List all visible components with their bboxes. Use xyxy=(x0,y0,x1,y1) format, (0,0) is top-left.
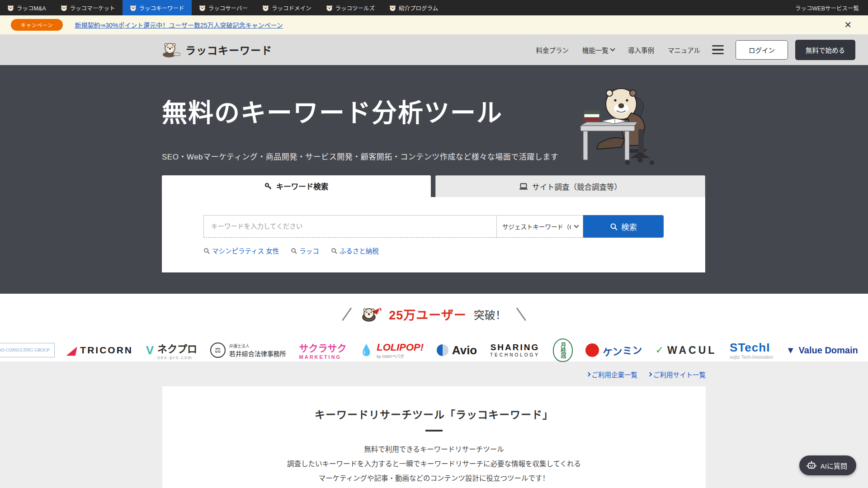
law-seal-icon: ⚖ xyxy=(210,343,226,358)
usage-links: ご利用企業一覧 ご利用サイト一覧 xyxy=(162,367,706,386)
site-logo-text: ラッコキーワード xyxy=(185,42,272,57)
search-icon xyxy=(291,248,297,254)
logo-gekkeikan: 月桂冠 xyxy=(553,338,573,362)
otter-icon xyxy=(7,5,14,11)
intro-line: 無料で利用できるキーワードリサーチツール xyxy=(179,442,689,457)
tab-keyword-search[interactable]: キーワード検索 xyxy=(162,175,431,197)
login-button[interactable]: ログイン xyxy=(736,40,788,60)
logo-sharing-technology: SHARING TECHNOLOGY xyxy=(490,343,540,357)
intro-line: マーケティングや記事・動画などのコンテンツ設計に役立つツールです！ xyxy=(179,471,689,486)
service-list-link[interactable]: ラッコWEBサービス一覧 xyxy=(786,0,868,15)
service-item-rakko-tools[interactable]: ラッコツールズ xyxy=(319,0,382,15)
logo-value-domain: ▼ Value Domain xyxy=(786,345,858,356)
wacul-mark-icon: ✓ xyxy=(656,344,664,356)
intro-title: キーワードリサーチツール「ラッコキーワード」 xyxy=(179,406,689,422)
start-free-button[interactable]: 無料で始める xyxy=(795,40,855,60)
logo-subtext: by GMOペパボ xyxy=(377,353,404,359)
nav-manual[interactable]: マニュアル xyxy=(668,45,700,55)
search-button-label: 検索 xyxy=(621,221,637,232)
service-bar: ラッコM&A ラッコマーケット ラッコキーワード ラッコサーバー ラッコドメイン… xyxy=(0,0,868,15)
intro-section: ご利用企業一覧 ご利用サイト一覧 キーワードリサーチツール「ラッコキーワード」 … xyxy=(0,361,868,488)
otter-icon xyxy=(262,5,269,11)
ask-ai-label: AIに質問 xyxy=(821,461,847,470)
user-count-suffix: 突破！ xyxy=(474,306,506,322)
tab-site-research[interactable]: サイト調査（競合調査等） xyxy=(435,175,705,197)
service-item-label: ラッコM&A xyxy=(17,4,46,12)
search-button[interactable]: 検索 xyxy=(583,215,664,238)
service-item-rakko-domain[interactable]: ラッコドメイン xyxy=(255,0,319,15)
logo-subtext: nex-pro.com xyxy=(157,355,193,360)
service-item-label: ラッコマーケット xyxy=(70,4,115,12)
logo-avio: Avio xyxy=(437,343,477,357)
search-icon xyxy=(610,223,618,230)
service-item-referral-program[interactable]: 紹介プログラム xyxy=(382,0,445,15)
suggestion-link[interactable]: ラッコ xyxy=(291,246,319,255)
nav-pricing[interactable]: 料金プラン xyxy=(536,45,569,55)
kenmin-boy-icon xyxy=(585,343,599,357)
chevron-down-icon xyxy=(610,46,615,51)
nav-label: マニュアル xyxy=(668,45,700,55)
campaign-link[interactable]: 新規契約⇒30%ポイント還元中！ユーザー数25万人突破記念キャンペーン xyxy=(75,20,283,29)
keyword-search-input[interactable] xyxy=(203,215,496,238)
nav-features[interactable]: 機能一覧 xyxy=(582,45,614,55)
tricorn-mark-icon: ◢ xyxy=(66,343,78,357)
hamburger-menu-icon[interactable] xyxy=(712,45,724,55)
nav-label: 導入事例 xyxy=(628,45,654,55)
search-tabs: キーワード検索 サイト調査（競合調査等） xyxy=(162,175,705,197)
otter-icon xyxy=(389,5,396,11)
suggestion-label: マシンピラティス 女性 xyxy=(212,246,279,255)
logo-subtext: TECHNOLOGY xyxy=(490,352,540,357)
suggestion-link[interactable]: マシンピラティス 女性 xyxy=(203,246,279,255)
close-icon[interactable]: ✕ xyxy=(839,19,857,30)
ask-ai-button[interactable]: AIに質問 xyxy=(799,455,856,475)
logo-subtext: sojitz Tech-Innovation xyxy=(730,355,773,360)
otter-party-icon xyxy=(362,307,382,322)
service-item-rakko-ma[interactable]: ラッコM&A xyxy=(0,0,53,15)
suggestion-links: マシンピラティス 女性 ラッコ ふるさと納税 xyxy=(203,246,664,255)
logo-text: WACUL xyxy=(667,344,717,357)
logo-lolipop: 💧 LOLIPOP! by GMOペパボ xyxy=(359,342,424,359)
key-icon xyxy=(264,183,272,190)
logo-koyano: KOYANO CONSULTING GROUP xyxy=(0,343,55,357)
hero-subtitle: SEO・Webマーケティング・商品開発・サービス開発・顧客開拓・コンテンツ作成な… xyxy=(162,150,868,162)
chevron-right-icon xyxy=(586,372,590,377)
suggestion-link[interactable]: ふるさと納税 xyxy=(331,246,379,255)
logo-stechi: STechI sojitz Tech-Innovation xyxy=(730,341,773,360)
decorative-slash xyxy=(516,308,526,321)
otter-icon xyxy=(326,5,333,11)
header-nav: 料金プラン 機能一覧 導入事例 マニュアル xyxy=(536,45,700,55)
otter-icon xyxy=(130,5,137,11)
search-icon xyxy=(203,248,210,254)
avio-mark-icon xyxy=(437,344,448,356)
logo-text: ネクプロ xyxy=(157,341,197,355)
client-sites-link[interactable]: ご利用サイト一覧 xyxy=(648,370,706,379)
service-item-rakko-server[interactable]: ラッコサーバー xyxy=(192,0,255,15)
suggest-source-select[interactable]: サジェストキーワード（Googl… xyxy=(496,215,583,238)
users-banner: 25万ユーザー 突破！ xyxy=(0,305,868,323)
logo-text: TRICORN xyxy=(80,345,133,356)
nekupro-mark-icon: V xyxy=(146,343,154,357)
intro-card: キーワードリサーチツール「ラッコキーワード」 無料で利用できるキーワードリサーチ… xyxy=(162,386,706,488)
otter-logo-icon xyxy=(162,42,181,57)
logo-text: KOYANO CONSULTING GROUP xyxy=(0,343,55,357)
intro-line: 調査したいキーワードを入力すると一瞬でキーワードリサーチに必要な情報を収集してく… xyxy=(179,457,689,471)
logo-text: 月桂冠 xyxy=(553,338,573,362)
campaign-banner: キャンペーン 新規契約⇒30%ポイント還元中！ユーザー数25万人突破記念キャンペ… xyxy=(0,15,868,34)
title-underline xyxy=(425,430,443,432)
service-item-rakko-keyword[interactable]: ラッコキーワード xyxy=(123,0,192,15)
tab-label: キーワード検索 xyxy=(276,181,329,192)
drop-icon: 💧 xyxy=(359,344,373,357)
user-count: 25万ユーザー xyxy=(389,305,467,323)
tab-label: サイト調査（競合調査等） xyxy=(532,181,622,192)
client-companies-link[interactable]: ご利用企業一覧 xyxy=(587,370,638,379)
link-label: ご利用サイト一覧 xyxy=(653,370,706,379)
logo-text: Avio xyxy=(452,343,477,357)
campaign-badge: キャンペーン xyxy=(11,19,63,31)
logo-sakurasaku: サクラサク MARKETING xyxy=(299,341,347,360)
nav-case-studies[interactable]: 導入事例 xyxy=(628,45,654,55)
site-logo[interactable]: ラッコキーワード xyxy=(162,42,272,57)
search-icon xyxy=(331,248,337,254)
service-item-rakko-market[interactable]: ラッコマーケット xyxy=(53,0,123,15)
logo-wacul: ✓ WACUL xyxy=(656,344,717,357)
logo-text: STechI xyxy=(730,341,770,355)
